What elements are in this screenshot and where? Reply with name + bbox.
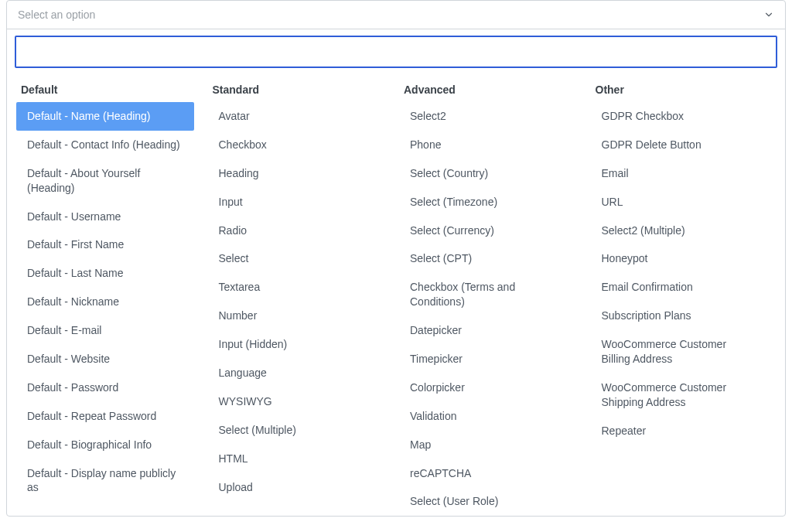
option-item[interactable]: Default - Nickname xyxy=(16,288,194,316)
option-item[interactable]: Select xyxy=(208,244,386,273)
chevron-down-icon xyxy=(763,9,774,20)
option-item[interactable]: WooCommerce Customer Shipping Address xyxy=(591,373,769,417)
option-item[interactable]: Subscription Plans xyxy=(591,302,769,330)
option-group-advanced: AdvancedSelect2PhoneSelect (Country)Sele… xyxy=(394,79,586,516)
select-dropdown: DefaultDefault - Name (Heading)Default -… xyxy=(7,29,785,516)
option-item[interactable]: Timepicker xyxy=(399,345,577,373)
option-item[interactable]: Select (Multiple) xyxy=(208,416,386,445)
option-item[interactable]: Select2 xyxy=(399,102,577,131)
option-item[interactable]: Input (Hidden) xyxy=(208,330,386,359)
option-item[interactable]: Number xyxy=(208,302,386,330)
option-item[interactable]: Default - Display name publicly as xyxy=(16,459,194,503)
field-type-select: Select an option DefaultDefault - Name (… xyxy=(6,0,786,517)
option-item[interactable]: Email xyxy=(591,159,769,188)
option-item[interactable]: GDPR Delete Button xyxy=(591,131,769,159)
option-item[interactable]: WYSIWYG xyxy=(208,387,386,416)
option-group-other: OtherGDPR CheckboxGDPR Delete ButtonEmai… xyxy=(586,79,778,516)
option-item[interactable]: Select (Currency) xyxy=(399,217,577,245)
group-header-standard: Standard xyxy=(208,79,386,102)
group-header-other: Other xyxy=(591,79,769,102)
option-item[interactable]: Radio xyxy=(208,217,386,245)
option-item[interactable]: Honeypot xyxy=(591,244,769,273)
option-item[interactable]: Checkbox (Terms and Conditions) xyxy=(399,273,577,316)
option-item[interactable]: Colorpicker xyxy=(399,373,577,402)
option-item[interactable]: Default - Biographical Info xyxy=(16,431,194,459)
option-item[interactable]: Heading xyxy=(208,159,386,188)
option-item[interactable]: Default - Last Name xyxy=(16,259,194,288)
option-item[interactable]: Input xyxy=(208,188,386,217)
option-item[interactable]: Default - E-mail xyxy=(16,316,194,345)
option-item[interactable]: Avatar xyxy=(208,102,386,131)
select-search-input[interactable] xyxy=(15,36,777,68)
option-item[interactable]: reCAPTCHA xyxy=(399,459,577,488)
select-placeholder: Select an option xyxy=(18,9,95,21)
option-item[interactable]: Checkbox xyxy=(208,131,386,159)
option-item[interactable]: Map xyxy=(399,431,577,459)
option-item[interactable]: Default - Name (Heading) xyxy=(16,102,194,131)
option-item[interactable]: Default - Username xyxy=(16,203,194,231)
option-item[interactable]: Default - Repeat Password xyxy=(16,402,194,431)
option-item[interactable]: HTML xyxy=(208,445,386,473)
option-item[interactable]: WooCommerce Customer Billing Address xyxy=(591,330,769,373)
option-item[interactable]: Select (Country) xyxy=(399,159,577,188)
option-item[interactable]: Select (Timezone) xyxy=(399,188,577,217)
option-item[interactable]: Textarea xyxy=(208,273,386,302)
option-item[interactable]: Select (CPT) xyxy=(399,244,577,273)
group-header-advanced: Advanced xyxy=(399,79,577,102)
option-item[interactable]: Default - Password xyxy=(16,373,194,402)
option-item[interactable]: Language xyxy=(208,359,386,387)
option-item[interactable]: Repeater xyxy=(591,417,769,445)
option-group-default: DefaultDefault - Name (Heading)Default -… xyxy=(16,79,203,516)
group-header-default: Default xyxy=(16,79,194,102)
option-item[interactable]: URL xyxy=(591,188,769,217)
option-item[interactable]: Default - Contact Info (Heading) xyxy=(16,131,194,159)
select-header[interactable]: Select an option xyxy=(7,1,785,29)
option-item[interactable]: Datepicker xyxy=(399,316,577,345)
option-columns: DefaultDefault - Name (Heading)Default -… xyxy=(15,79,777,516)
option-item[interactable]: Phone xyxy=(399,131,577,159)
option-item[interactable]: Select2 (Multiple) xyxy=(591,217,769,245)
option-item[interactable]: Email Confirmation xyxy=(591,273,769,302)
option-item[interactable]: Select (User Role) xyxy=(399,487,577,516)
option-item[interactable]: Default - Website xyxy=(16,345,194,373)
option-item[interactable]: Upload xyxy=(208,473,386,502)
option-group-standard: StandardAvatarCheckboxHeadingInputRadioS… xyxy=(203,79,395,516)
option-item[interactable]: Default - About Yourself (Heading) xyxy=(16,159,194,203)
option-item[interactable]: Validation xyxy=(399,402,577,431)
option-item[interactable]: Default - First Name xyxy=(16,230,194,259)
option-item[interactable]: GDPR Checkbox xyxy=(591,102,769,131)
